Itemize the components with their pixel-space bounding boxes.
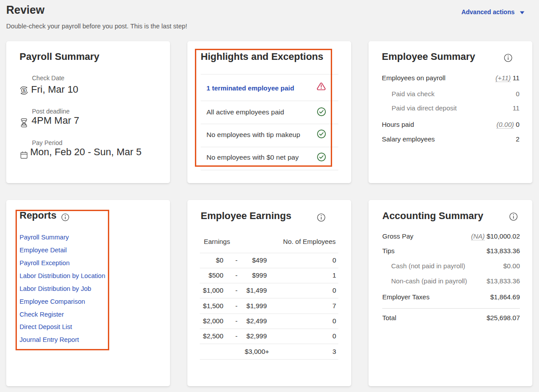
svg-text:$: $ — [23, 88, 25, 93]
